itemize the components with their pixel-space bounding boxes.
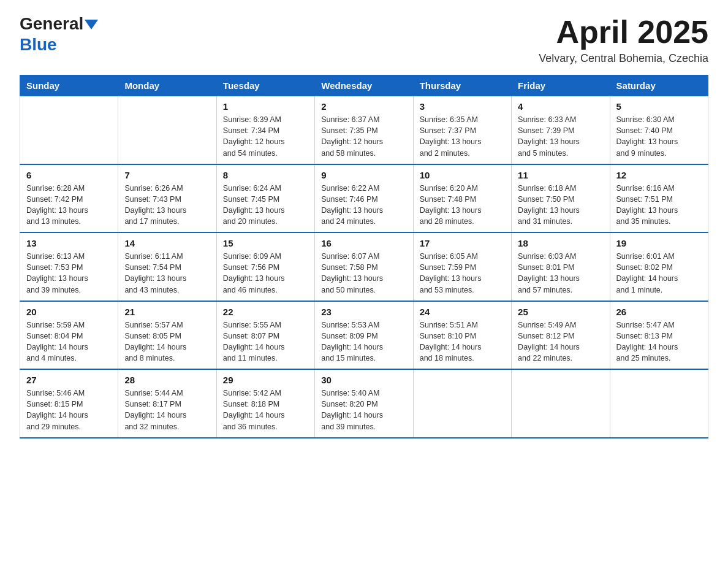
calendar-cell: 9Sunrise: 6:22 AM Sunset: 7:46 PM Daylig… [315,164,413,233]
day-number: 5 [616,101,702,112]
weekday-header-wednesday: Wednesday [315,75,413,96]
weekday-header-row: SundayMondayTuesdayWednesdayThursdayFrid… [20,75,708,96]
day-info: Sunrise: 6:24 AM Sunset: 7:45 PM Dayligh… [223,183,308,228]
calendar-cell [118,96,216,164]
day-number: 24 [420,307,505,317]
day-info: Sunrise: 6:37 AM Sunset: 7:35 PM Dayligh… [321,114,406,159]
day-info: Sunrise: 5:55 AM Sunset: 8:07 PM Dayligh… [223,320,308,364]
day-info: Sunrise: 6:26 AM Sunset: 7:43 PM Dayligh… [124,183,210,228]
day-number: 15 [223,238,308,248]
calendar-week-row: 27Sunrise: 5:46 AM Sunset: 8:15 PM Dayli… [20,369,708,438]
day-number: 3 [420,101,505,112]
day-number: 25 [518,307,603,317]
day-info: Sunrise: 6:16 AM Sunset: 7:51 PM Dayligh… [616,183,702,228]
day-info: Sunrise: 6:11 AM Sunset: 7:54 PM Dayligh… [124,251,210,296]
day-info: Sunrise: 6:22 AM Sunset: 7:46 PM Dayligh… [321,183,406,228]
day-info: Sunrise: 6:30 AM Sunset: 7:40 PM Dayligh… [616,114,702,159]
day-number: 17 [420,238,505,248]
day-number: 28 [124,375,210,385]
day-info: Sunrise: 6:20 AM Sunset: 7:48 PM Dayligh… [420,183,505,228]
calendar-cell: 21Sunrise: 5:57 AM Sunset: 8:05 PM Dayli… [118,301,216,370]
day-number: 12 [616,170,702,180]
day-number: 8 [223,170,308,180]
calendar-week-row: 1Sunrise: 6:39 AM Sunset: 7:34 PM Daylig… [20,96,708,164]
day-number: 9 [321,170,406,180]
calendar-table: SundayMondayTuesdayWednesdayThursdayFrid… [20,75,708,439]
day-info: Sunrise: 5:57 AM Sunset: 8:05 PM Dayligh… [124,320,210,364]
calendar-cell: 29Sunrise: 5:42 AM Sunset: 8:18 PM Dayli… [216,369,314,438]
day-info: Sunrise: 5:44 AM Sunset: 8:17 PM Dayligh… [124,388,210,432]
title-area: April 2025 Velvary, Central Bohemia, Cze… [539,15,708,65]
calendar-cell: 24Sunrise: 5:51 AM Sunset: 8:10 PM Dayli… [413,301,511,370]
calendar-cell: 30Sunrise: 5:40 AM Sunset: 8:20 PM Dayli… [315,369,413,438]
calendar-cell: 17Sunrise: 6:05 AM Sunset: 7:59 PM Dayli… [413,232,511,301]
calendar-cell: 28Sunrise: 5:44 AM Sunset: 8:17 PM Dayli… [118,369,216,438]
day-number: 4 [518,101,603,112]
day-info: Sunrise: 6:28 AM Sunset: 7:42 PM Dayligh… [26,183,112,228]
day-info: Sunrise: 5:42 AM Sunset: 8:18 PM Dayligh… [223,388,308,432]
day-info: Sunrise: 6:33 AM Sunset: 7:39 PM Dayligh… [518,114,603,159]
calendar-cell: 3Sunrise: 6:35 AM Sunset: 7:37 PM Daylig… [413,96,511,164]
day-info: Sunrise: 6:18 AM Sunset: 7:50 PM Dayligh… [518,183,603,228]
day-info: Sunrise: 5:46 AM Sunset: 8:15 PM Dayligh… [26,388,112,432]
calendar-cell: 19Sunrise: 6:01 AM Sunset: 8:02 PM Dayli… [610,232,708,301]
calendar-cell [610,369,708,438]
calendar-cell: 18Sunrise: 6:03 AM Sunset: 8:01 PM Dayli… [512,232,610,301]
calendar-cell: 10Sunrise: 6:20 AM Sunset: 7:48 PM Dayli… [413,164,511,233]
calendar-week-row: 6Sunrise: 6:28 AM Sunset: 7:42 PM Daylig… [20,164,708,233]
day-number: 26 [616,307,702,317]
calendar-cell: 7Sunrise: 6:26 AM Sunset: 7:43 PM Daylig… [118,164,216,233]
day-number: 7 [124,170,210,180]
logo: General Blue [20,15,98,55]
day-number: 22 [223,307,308,317]
day-info: Sunrise: 6:39 AM Sunset: 7:34 PM Dayligh… [223,114,308,159]
calendar-cell [413,369,511,438]
calendar-week-row: 13Sunrise: 6:13 AM Sunset: 7:53 PM Dayli… [20,232,708,301]
day-info: Sunrise: 6:03 AM Sunset: 8:01 PM Dayligh… [518,251,603,296]
day-info: Sunrise: 6:07 AM Sunset: 7:58 PM Dayligh… [321,251,406,296]
day-number: 10 [420,170,505,180]
calendar-cell: 8Sunrise: 6:24 AM Sunset: 7:45 PM Daylig… [216,164,314,233]
calendar-cell [512,369,610,438]
calendar-cell: 14Sunrise: 6:11 AM Sunset: 7:54 PM Dayli… [118,232,216,301]
day-number: 13 [26,238,112,248]
weekday-header-friday: Friday [512,75,610,96]
day-number: 6 [26,170,112,180]
page-header: General Blue April 2025 Velvary, Central… [20,15,708,65]
calendar-cell: 20Sunrise: 5:59 AM Sunset: 8:04 PM Dayli… [20,301,118,370]
day-number: 2 [321,101,406,112]
weekday-header-monday: Monday [118,75,216,96]
month-title: April 2025 [539,15,708,50]
weekday-header-saturday: Saturday [610,75,708,96]
calendar-cell: 12Sunrise: 6:16 AM Sunset: 7:51 PM Dayli… [610,164,708,233]
calendar-cell: 6Sunrise: 6:28 AM Sunset: 7:42 PM Daylig… [20,164,118,233]
day-number: 16 [321,238,406,248]
calendar-cell: 1Sunrise: 6:39 AM Sunset: 7:34 PM Daylig… [216,96,314,164]
calendar-header: SundayMondayTuesdayWednesdayThursdayFrid… [20,75,708,96]
day-info: Sunrise: 6:09 AM Sunset: 7:56 PM Dayligh… [223,251,308,296]
day-number: 21 [124,307,210,317]
day-number: 29 [223,375,308,385]
calendar-cell: 13Sunrise: 6:13 AM Sunset: 7:53 PM Dayli… [20,232,118,301]
day-info: Sunrise: 5:59 AM Sunset: 8:04 PM Dayligh… [26,320,112,364]
calendar-cell: 2Sunrise: 6:37 AM Sunset: 7:35 PM Daylig… [315,96,413,164]
weekday-header-tuesday: Tuesday [216,75,314,96]
weekday-header-sunday: Sunday [20,75,118,96]
day-number: 18 [518,238,603,248]
day-number: 11 [518,170,603,180]
day-info: Sunrise: 6:05 AM Sunset: 7:59 PM Dayligh… [420,251,505,296]
calendar-week-row: 20Sunrise: 5:59 AM Sunset: 8:04 PM Dayli… [20,301,708,370]
day-info: Sunrise: 6:35 AM Sunset: 7:37 PM Dayligh… [420,114,505,159]
calendar-cell: 27Sunrise: 5:46 AM Sunset: 8:15 PM Dayli… [20,369,118,438]
calendar-cell: 16Sunrise: 6:07 AM Sunset: 7:58 PM Dayli… [315,232,413,301]
calendar-cell: 15Sunrise: 6:09 AM Sunset: 7:56 PM Dayli… [216,232,314,301]
day-number: 27 [26,375,112,385]
day-info: Sunrise: 5:47 AM Sunset: 8:13 PM Dayligh… [616,320,702,364]
calendar-cell: 25Sunrise: 5:49 AM Sunset: 8:12 PM Dayli… [512,301,610,370]
calendar-cell: 5Sunrise: 6:30 AM Sunset: 7:40 PM Daylig… [610,96,708,164]
location-subtitle: Velvary, Central Bohemia, Czechia [539,52,708,65]
day-info: Sunrise: 5:49 AM Sunset: 8:12 PM Dayligh… [518,320,603,364]
calendar-cell: 22Sunrise: 5:55 AM Sunset: 8:07 PM Dayli… [216,301,314,370]
day-number: 20 [26,307,112,317]
logo-blue-text: Blue [20,35,57,54]
